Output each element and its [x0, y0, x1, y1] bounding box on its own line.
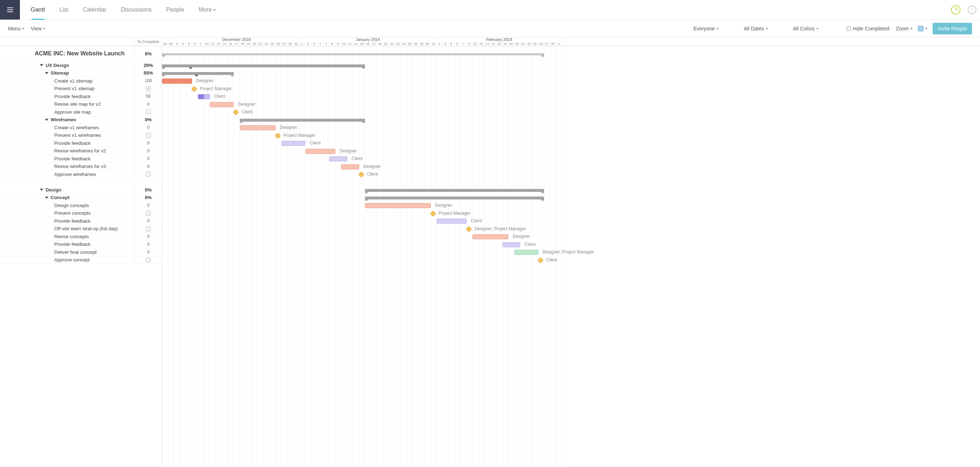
milestone-diamond[interactable]: [466, 226, 472, 232]
task-bar[interactable]: [282, 141, 305, 146]
pct-complete-cell[interactable]: 0: [135, 249, 162, 255]
pct-complete-cell[interactable]: 0%: [135, 117, 162, 122]
task-bar[interactable]: [341, 164, 359, 169]
filter-person-dropdown[interactable]: Everyone ▾: [694, 26, 718, 32]
task-bar[interactable]: [210, 102, 234, 107]
gantt-panel[interactable]: December 2018January 2019February 2019 2…: [162, 37, 980, 467]
pct-complete-cell[interactable]: 0: [135, 102, 162, 107]
task-bar[interactable]: [240, 125, 276, 130]
menu-dropdown[interactable]: Menu ▾: [8, 26, 24, 32]
milestone-diamond[interactable]: [358, 172, 364, 178]
task-group-row[interactable]: UX Design20%: [0, 62, 162, 70]
task-group-row[interactable]: Design0%: [0, 186, 162, 194]
task-bar[interactable]: [305, 149, 335, 154]
pct-complete-cell[interactable]: [135, 226, 162, 231]
task-complete-checkbox[interactable]: [146, 257, 151, 263]
pct-complete-cell[interactable]: [135, 109, 162, 115]
task-row[interactable]: Create v1 sitemap100: [0, 77, 162, 85]
task-complete-checkbox[interactable]: [146, 226, 151, 231]
task-complete-checkbox[interactable]: [146, 133, 151, 138]
collapse-caret-icon[interactable]: [45, 196, 48, 199]
task-bar[interactable]: [473, 234, 508, 239]
task-bar[interactable]: [437, 219, 467, 224]
task-bar[interactable]: [329, 156, 347, 161]
pct-complete-cell[interactable]: 0: [135, 164, 162, 169]
task-row[interactable]: Create v1 wireframes0: [0, 124, 162, 132]
tab-discussions[interactable]: Discussions: [121, 0, 151, 20]
pct-complete-cell[interactable]: 0: [135, 234, 162, 239]
pct-complete-cell[interactable]: 55%: [135, 70, 162, 76]
milestone-diamond[interactable]: [191, 86, 197, 92]
help-icon[interactable]: ?: [968, 5, 976, 14]
task-row[interactable]: Provide feedback0: [0, 217, 162, 225]
invite-people-button[interactable]: Invite People: [932, 23, 972, 34]
task-row[interactable]: Revise site map for v20: [0, 100, 162, 108]
summary-bar[interactable]: [365, 196, 544, 199]
task-row[interactable]: Present v1 wireframes: [0, 132, 162, 140]
collapse-caret-icon[interactable]: [45, 119, 48, 121]
pct-complete-cell[interactable]: [135, 133, 162, 138]
tab-list[interactable]: List: [59, 0, 68, 20]
project-title-row[interactable]: ACME INC: New Website Launch6%: [0, 46, 162, 62]
task-complete-checkbox[interactable]: [146, 172, 151, 177]
clock-icon[interactable]: [951, 5, 961, 14]
pct-complete-cell[interactable]: 0: [135, 125, 162, 130]
milestone-diamond[interactable]: [430, 210, 436, 217]
pct-complete-cell[interactable]: 0%: [135, 195, 162, 200]
milestone-diamond[interactable]: [275, 132, 281, 139]
summary-bar[interactable]: [162, 72, 234, 75]
pct-complete-cell[interactable]: 0: [135, 140, 162, 145]
task-bar[interactable]: [365, 203, 431, 208]
collapse-caret-icon[interactable]: [45, 72, 48, 74]
collapse-caret-icon[interactable]: [40, 64, 43, 66]
task-bar[interactable]: [503, 242, 520, 247]
hide-completed-toggle[interactable]: Hide Completed: [846, 26, 889, 32]
task-row[interactable]: Approve wireframes: [0, 171, 162, 179]
hide-completed-checkbox[interactable]: [846, 26, 851, 31]
pct-complete-cell[interactable]: 0: [135, 242, 162, 247]
summary-bar[interactable]: [162, 53, 544, 56]
pct-complete-cell[interactable]: [135, 172, 162, 177]
collapse-caret-icon[interactable]: [40, 189, 43, 191]
task-row[interactable]: Provide feedback0: [0, 139, 162, 147]
summary-bar[interactable]: [365, 189, 544, 192]
pct-complete-cell[interactable]: 0: [135, 156, 162, 161]
pct-complete-cell[interactable]: [135, 86, 162, 91]
task-complete-checkbox[interactable]: [146, 211, 151, 216]
task-complete-checkbox[interactable]: [146, 109, 151, 115]
pct-complete-cell[interactable]: 0: [135, 218, 162, 223]
task-row[interactable]: Present v1 sitemap: [0, 85, 162, 93]
milestone-diamond[interactable]: [537, 257, 543, 263]
task-bar[interactable]: [162, 78, 192, 84]
tab-people[interactable]: People: [166, 0, 184, 20]
pct-complete-cell[interactable]: [135, 257, 162, 263]
task-row[interactable]: Approve concept: [0, 256, 162, 264]
pct-complete-cell[interactable]: 50: [135, 94, 162, 99]
task-row[interactable]: Deliver final concept0: [0, 248, 162, 256]
tab-gantt[interactable]: Gantt: [31, 0, 45, 20]
task-bar[interactable]: [514, 250, 538, 255]
pct-complete-cell[interactable]: 0: [135, 148, 162, 153]
task-row[interactable]: Design concepts0: [0, 202, 162, 210]
filter-colors-dropdown[interactable]: All Colors ▾: [793, 26, 818, 32]
pct-complete-cell[interactable]: 100: [135, 78, 162, 83]
tab-more[interactable]: More▾: [199, 0, 215, 20]
task-group-row[interactable]: Wireframes0%: [0, 116, 162, 124]
task-row[interactable]: Revise concepts0: [0, 233, 162, 241]
task-row[interactable]: Present concepts: [0, 210, 162, 218]
view-dropdown[interactable]: View ▾: [31, 26, 45, 32]
pct-complete-cell[interactable]: 0%: [135, 187, 162, 193]
task-group-row[interactable]: Concept0%: [0, 194, 162, 202]
pct-complete-cell[interactable]: 6%: [135, 51, 162, 56]
summary-bar[interactable]: [162, 64, 365, 67]
task-row[interactable]: Revise wireframes for v30: [0, 163, 162, 171]
task-row[interactable]: Provide feedback50: [0, 92, 162, 100]
pct-complete-cell[interactable]: [135, 211, 162, 216]
tab-calendar[interactable]: Calendar: [83, 0, 107, 20]
milestone-diamond[interactable]: [233, 109, 239, 115]
pct-complete-cell[interactable]: 20%: [135, 63, 162, 68]
pct-complete-cell[interactable]: 0: [135, 203, 162, 208]
color-picker[interactable]: ▾: [918, 26, 927, 32]
filter-dates-dropdown[interactable]: All Dates ▾: [744, 26, 768, 32]
task-row[interactable]: Off-site team strat-op (full day): [0, 225, 162, 233]
